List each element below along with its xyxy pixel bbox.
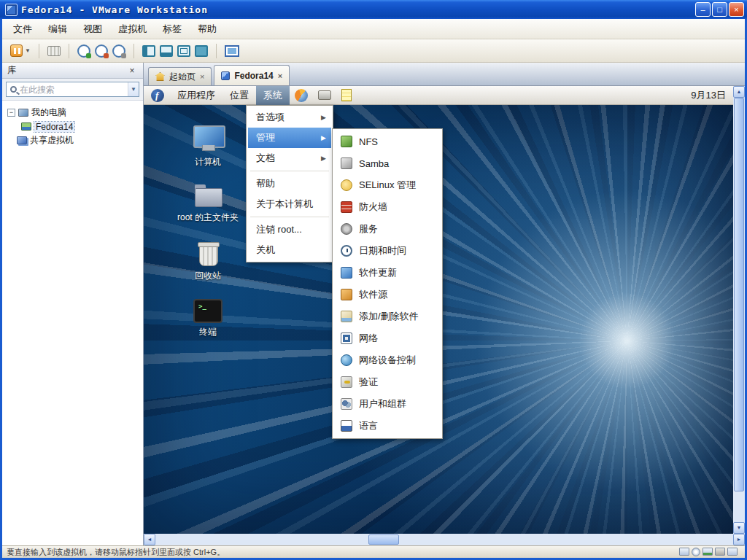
scroll-down-button[interactable]: ▼ (733, 522, 745, 534)
admin-item-language[interactable]: 语言 (334, 415, 441, 437)
admin-item-software-sources[interactable]: 软件源 (334, 284, 441, 306)
fedora-menu-icon[interactable] (151, 89, 164, 102)
vertical-scrollbar[interactable]: ▲ ▼ (733, 86, 745, 534)
revert-snapshot-button[interactable] (93, 43, 110, 59)
tree-label: 我的电脑 (31, 106, 66, 119)
tree-item-fedora14[interactable]: Fedora14 (5, 120, 140, 133)
nfs-icon (341, 136, 352, 147)
menu-file[interactable]: 文件 (5, 20, 40, 39)
unity-view-button[interactable] (193, 44, 210, 58)
library-close-button[interactable]: × (126, 66, 138, 76)
scroll-right-button[interactable]: ► (733, 534, 745, 545)
desktop-icon-trash[interactable]: 回收站 (164, 239, 252, 282)
cdrom-status-icon[interactable] (692, 548, 700, 556)
admin-item-network-device-control[interactable]: 网络设备控制 (334, 349, 441, 371)
admin-item-label: 验证 (359, 376, 378, 389)
scroll-up-button[interactable]: ▲ (733, 86, 745, 98)
panel-clock[interactable]: 9月13日 (691, 89, 733, 102)
menu-vm[interactable]: 虚拟机 (110, 20, 155, 39)
menu-item-label: 文档 (256, 152, 275, 165)
admin-item-authentication[interactable]: 验证 (334, 371, 441, 393)
expander-icon[interactable]: − (7, 109, 15, 117)
notes-icon[interactable] (341, 89, 352, 101)
admin-item-date-time[interactable]: 日期和时间 (334, 240, 441, 262)
network-status-icon[interactable] (703, 548, 713, 556)
library-header: 库 × (2, 63, 143, 79)
system-menu-item-shutdown[interactable]: 关机 (248, 240, 331, 260)
vm-tab-icon (221, 71, 230, 80)
firefox-icon[interactable] (295, 89, 308, 102)
harddisk-status-icon[interactable] (679, 548, 689, 556)
desktop-icon-label: 终端 (164, 326, 252, 338)
language-icon (341, 420, 352, 432)
submenu-arrow-icon: ▶ (321, 134, 326, 141)
tab-fedora14[interactable]: Fedora14 × (214, 65, 290, 85)
vm-console-view[interactable]: 应用程序 位置 系统 9月13日 计算机 root (144, 86, 745, 534)
library-sidebar: 库 × ▼ − 我的电脑 Fedora14 共享虚拟机 (2, 63, 144, 545)
horizontal-scrollbar[interactable]: ◄ ► (144, 534, 745, 545)
power-options-button[interactable]: ▼ (8, 43, 33, 58)
add-remove-software-icon (341, 311, 352, 322)
show-library-button[interactable] (140, 44, 158, 58)
network-icon (341, 332, 352, 344)
menu-view[interactable]: 视图 (75, 20, 110, 39)
admin-item-label: 添加/删除软件 (359, 310, 419, 323)
tab-home[interactable]: 起始页 × (148, 67, 212, 85)
menu-item-label: 注销 root... (256, 223, 302, 236)
vertical-scroll-thumb[interactable] (734, 98, 744, 491)
admin-item-firewall[interactable]: 防火墙 (334, 196, 441, 218)
system-menu-item-administration[interactable]: 管理 ▶ (248, 128, 331, 148)
window-controls: – □ × (695, 2, 744, 17)
panel-menu-places[interactable]: 位置 (222, 86, 256, 105)
search-input[interactable] (20, 85, 128, 95)
snapshot-manager-button[interactable] (110, 43, 128, 59)
tab-close-icon[interactable]: × (278, 71, 282, 80)
tree-item-shared-vms[interactable]: 共享虚拟机 (5, 133, 140, 147)
tree-item-my-computer[interactable]: − 我的电脑 (5, 106, 140, 120)
admin-item-users-groups[interactable]: 用户和组群 (334, 393, 441, 415)
search-box[interactable]: ▼ (6, 82, 139, 97)
admin-item-samba[interactable]: Samba (334, 152, 441, 174)
console-view-button[interactable] (175, 44, 193, 58)
selinux-icon (341, 179, 352, 191)
admin-item-add-remove-software[interactable]: 添加/删除软件 (334, 306, 441, 327)
admin-item-selinux[interactable]: SELinux 管理 (334, 174, 441, 196)
admin-item-software-update[interactable]: 软件更新 (334, 262, 441, 284)
snapshot-manager-icon (112, 44, 125, 58)
close-button[interactable]: × (729, 2, 744, 17)
maximize-button[interactable]: □ (712, 2, 727, 17)
system-menu-item-help[interactable]: 帮助 (248, 174, 331, 194)
minimize-button[interactable]: – (695, 2, 711, 17)
desktop-icon-terminal[interactable]: 终端 (164, 299, 252, 338)
panel-menu-applications[interactable]: 应用程序 (170, 86, 222, 105)
desktop-icon-root-home[interactable]: root 的主文件夹 (164, 182, 252, 224)
admin-item-services[interactable]: 服务 (334, 218, 441, 240)
usb-status-icon[interactable] (727, 548, 738, 556)
tab-close-icon[interactable]: × (200, 72, 204, 81)
horizontal-scroll-thumb[interactable] (368, 534, 399, 545)
admin-item-network[interactable]: 网络 (334, 327, 441, 349)
panel-menu-system[interactable]: 系统 (256, 86, 290, 105)
menu-help[interactable]: 帮助 (190, 20, 225, 39)
desktop-icon-computer[interactable]: 计算机 (164, 125, 252, 168)
search-dropdown-button[interactable]: ▼ (128, 82, 139, 96)
system-menu-item-documentation[interactable]: 文档 ▶ (248, 148, 331, 168)
send-ctrl-alt-del-button[interactable] (45, 44, 63, 58)
scroll-left-button[interactable]: ◄ (144, 534, 155, 545)
sound-status-icon[interactable] (715, 548, 725, 556)
main-area: 起始页 × Fedora14 × 应用程序 位置 系统 (144, 63, 745, 545)
take-snapshot-button[interactable] (75, 43, 93, 59)
menu-tabs[interactable]: 标签 (155, 20, 190, 39)
system-menu-item-about[interactable]: 关于本计算机 (248, 194, 331, 214)
system-menu-item-preferences[interactable]: 首选项 ▶ (248, 107, 331, 128)
screenshot-tool-icon[interactable] (318, 90, 331, 100)
menu-edit[interactable]: 编辑 (40, 20, 75, 39)
show-thumbnail-bar-button[interactable] (158, 44, 175, 58)
admin-item-nfs[interactable]: NFS (334, 131, 441, 152)
admin-item-label: Samba (359, 158, 389, 169)
fullscreen-button[interactable] (222, 44, 241, 58)
desktop-icon-label: 回收站 (164, 270, 252, 282)
title-bar[interactable]: Fedora14 - VMware Workstation – □ × (0, 0, 747, 19)
submenu-arrow-icon: ▶ (321, 155, 326, 162)
system-menu-item-logout[interactable]: 注销 root... (248, 219, 331, 240)
